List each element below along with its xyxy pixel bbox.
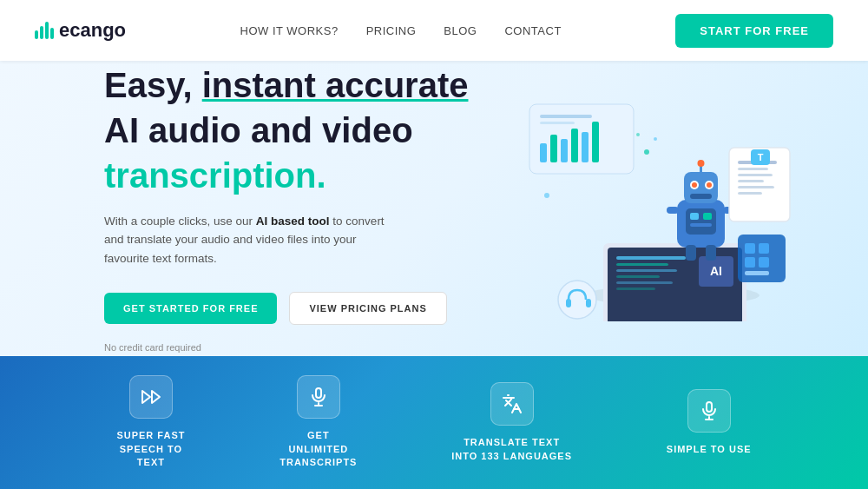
svg-rect-66	[707, 402, 712, 412]
svg-rect-15	[616, 263, 668, 266]
svg-rect-44	[745, 271, 769, 275]
hero-title-line2: AI audio and video	[104, 109, 503, 151]
hero-buttons: GET STARTED FOR FREE VIEW PRICING PLANS …	[104, 292, 503, 353]
svg-rect-50	[738, 186, 774, 188]
svg-point-54	[558, 281, 596, 319]
svg-rect-2	[550, 135, 557, 162]
svg-rect-6	[592, 122, 599, 162]
nav-how-it-works[interactable]: HOW IT WORKS?	[240, 24, 339, 37]
fast-forward-icon	[141, 387, 161, 407]
svg-rect-63	[316, 388, 321, 398]
svg-rect-37	[703, 213, 712, 220]
svg-text:AI: AI	[710, 264, 722, 278]
nav-blog[interactable]: BLOG	[444, 24, 477, 37]
nav-pricing[interactable]: PRICING	[366, 24, 417, 37]
logo-text: ecango	[59, 19, 126, 42]
hero-content: Easy, instant accurate AI audio and vide…	[104, 64, 503, 354]
feature-translate-label: TRANSLATE TEXTINTO 133 LANGUAGES	[451, 436, 572, 463]
nav-links: HOW IT WORKS? PRICING BLOG CONTACT	[240, 24, 562, 37]
svg-rect-36	[690, 213, 699, 220]
feature-transcripts-label: GETUNLIMITEDTRANSCRIPTS	[279, 429, 357, 469]
svg-rect-49	[738, 180, 764, 182]
svg-rect-41	[759, 243, 769, 254]
svg-rect-38	[690, 223, 712, 227]
svg-marker-62	[142, 391, 150, 403]
svg-rect-31	[667, 207, 679, 214]
svg-rect-35	[686, 208, 716, 235]
svg-rect-56	[586, 299, 591, 307]
logo-bars-icon	[35, 22, 54, 39]
svg-rect-17	[616, 275, 660, 278]
feature-translate-icon-box	[490, 382, 534, 426]
svg-rect-47	[738, 168, 768, 170]
svg-rect-42	[745, 257, 755, 268]
svg-rect-14	[616, 256, 686, 260]
illustration-svg: AI	[503, 96, 799, 321]
svg-rect-48	[738, 174, 773, 176]
svg-rect-51	[738, 192, 762, 195]
svg-point-58	[654, 137, 657, 141]
feature-simple: SIMPLE TO USE	[667, 389, 752, 456]
svg-point-26	[692, 182, 697, 188]
get-started-button[interactable]: GET STARTED FOR FREE	[104, 293, 277, 324]
hero-btn-row: GET STARTED FOR FREE VIEW PRICING PLANS	[104, 292, 447, 325]
hero-description: With a couple clicks, use our AI based t…	[104, 212, 399, 268]
svg-rect-16	[616, 269, 677, 272]
svg-rect-1	[540, 143, 547, 162]
svg-rect-34	[706, 245, 716, 261]
svg-rect-8	[540, 122, 575, 124]
svg-rect-3	[561, 139, 568, 162]
start-for-free-button[interactable]: START FOR FREE	[675, 14, 833, 48]
hero-title-teal: transcription.	[104, 155, 503, 196]
nav-contact[interactable]: CONTACT	[504, 24, 561, 37]
svg-point-27	[707, 182, 712, 188]
feature-transcripts-icon-box	[297, 375, 340, 419]
feature-simple-icon-box	[687, 389, 731, 433]
hero-underline-text: instant accurate	[202, 66, 469, 104]
hero-section: Easy, instant accurate AI audio and vide…	[0, 61, 868, 356]
svg-rect-40	[745, 243, 755, 254]
feature-speed-label: SUPER FASTSPEECH TOTEXT	[116, 429, 185, 469]
no-card-text: No credit card required	[104, 342, 201, 353]
svg-rect-55	[566, 299, 571, 307]
view-pricing-button[interactable]: VIEW PRICING PLANS	[289, 292, 446, 325]
hero-illustration: AI	[503, 87, 799, 330]
feature-simple-label: SIMPLE TO USE	[667, 443, 752, 456]
mic-icon	[308, 387, 329, 407]
svg-rect-18	[616, 281, 673, 284]
feature-transcripts: GETUNLIMITEDTRANSCRIPTS	[279, 375, 357, 469]
hero-title-line1: Easy, instant accurate	[104, 64, 503, 106]
svg-point-59	[636, 133, 640, 136]
svg-rect-30	[690, 194, 712, 199]
svg-rect-7	[540, 115, 592, 118]
feature-translate: TRANSLATE TEXTINTO 133 LANGUAGES	[451, 382, 572, 463]
hero-bold-text: AI based tool	[256, 215, 330, 228]
translate-icon	[502, 393, 523, 414]
mic-simple-icon	[699, 400, 720, 421]
svg-rect-5	[582, 132, 589, 162]
svg-point-57	[644, 149, 649, 155]
svg-point-29	[698, 160, 705, 167]
features-section: SUPER FASTSPEECH TOTEXT GETUNLIMITEDTRAN…	[0, 356, 868, 489]
svg-rect-4	[571, 129, 578, 162]
svg-text:T: T	[758, 152, 764, 162]
logo[interactable]: ecango	[35, 19, 126, 42]
svg-rect-19	[616, 287, 655, 290]
feature-speed-icon-box	[129, 375, 173, 419]
svg-point-60	[544, 193, 549, 198]
svg-marker-61	[152, 391, 160, 403]
svg-rect-43	[759, 257, 769, 268]
feature-speed: SUPER FASTSPEECH TOTEXT	[116, 375, 185, 469]
navbar: ecango HOW IT WORKS? PRICING BLOG CONTAC…	[0, 0, 868, 61]
svg-rect-33	[686, 245, 696, 261]
